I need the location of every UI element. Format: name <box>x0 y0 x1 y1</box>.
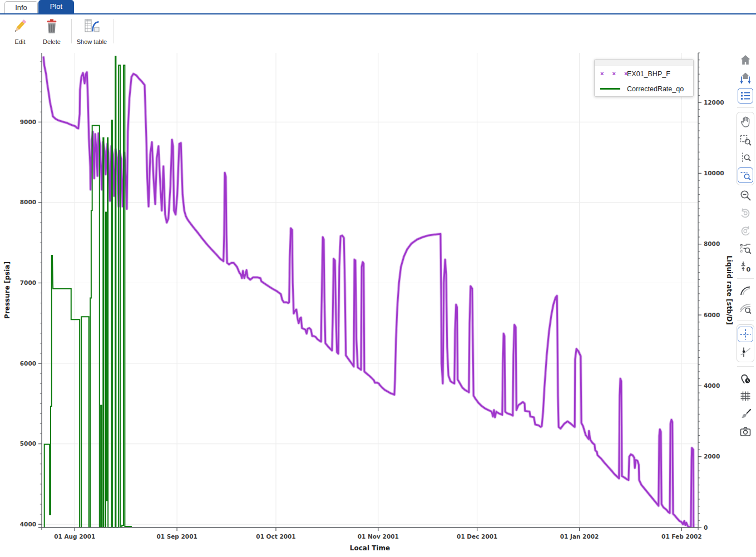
svg-text:01 Dec 2001: 01 Dec 2001 <box>457 533 497 540</box>
tab-plot[interactable]: Plot <box>38 0 74 13</box>
svg-text:6000: 6000 <box>20 360 36 367</box>
pressure-series <box>43 57 694 528</box>
edit-button-label: Edit <box>15 38 26 45</box>
home-icon[interactable] <box>738 52 753 68</box>
delete-button-label: Delete <box>43 38 61 45</box>
curve-icon[interactable] <box>738 283 753 298</box>
toolbar-separator <box>737 320 754 321</box>
line-marker-icon <box>598 88 627 90</box>
y-zoom-icon[interactable] <box>738 167 753 183</box>
undo-zoom-icon <box>738 205 753 221</box>
svg-text:7000: 7000 <box>20 279 36 286</box>
pressure-axis-title: Pressure [psia] <box>3 262 11 319</box>
legend-label: EX01_BHP_F <box>627 70 670 78</box>
delete-button[interactable]: Delete <box>39 18 64 45</box>
pencil-icon <box>12 18 28 37</box>
zoom-out-icon[interactable] <box>738 188 753 203</box>
svg-text:01 Sep 2001: 01 Sep 2001 <box>156 533 197 540</box>
tab-underline <box>0 13 756 14</box>
svg-text:0: 0 <box>704 524 708 531</box>
axes-home-icon[interactable] <box>738 70 753 86</box>
svg-text:4000: 4000 <box>704 382 720 389</box>
svg-text:01 Oct 2001: 01 Oct 2001 <box>256 533 295 540</box>
x-marker-icon: × × × <box>598 71 627 77</box>
svg-text:5000: 5000 <box>20 440 36 447</box>
svg-text:9000: 9000 <box>20 119 36 125</box>
pressure-axis: 400050006000700080009000 <box>20 62 42 528</box>
pan-icon[interactable] <box>738 114 753 130</box>
legend-item-rate[interactable]: CorrectedRate_qo <box>595 81 693 96</box>
rate-axis: 020004000600080001000012000 <box>698 53 724 531</box>
curve-zoom-icon[interactable] <box>738 300 753 316</box>
toolbar-separator <box>737 107 754 108</box>
crosshair-icon[interactable] <box>738 327 753 342</box>
figure-options-toolbar: 0 <box>736 51 755 441</box>
tab-info[interactable]: Info <box>4 1 38 14</box>
point-marker-icon[interactable] <box>738 344 753 360</box>
legend-item-pressure[interactable]: × × × EX01_BHP_F <box>595 66 693 81</box>
toolbar-separator <box>113 19 113 43</box>
svg-text:01 Aug 2001: 01 Aug 2001 <box>54 533 95 540</box>
rate-axis-title: Liquid rate [stb/D] <box>725 255 733 325</box>
show-table-button-label: Show table <box>77 38 107 45</box>
svg-text:8000: 8000 <box>20 199 36 205</box>
x-zoom-icon[interactable] <box>738 150 753 165</box>
svg-text:01 Nov 2001: 01 Nov 2001 <box>358 533 399 540</box>
plot-toolbar: Edit Delete Show table <box>0 16 756 48</box>
legend-label: CorrectedRate_qo <box>627 85 684 93</box>
svg-text:10000: 10000 <box>704 170 724 176</box>
redo-zoom-icon <box>738 223 753 239</box>
legend-drag-handle[interactable] <box>595 60 693 66</box>
time-axis: 01 Aug 200101 Sep 200101 Oct 200101 Nov … <box>54 528 701 540</box>
grid-toggle-icon[interactable] <box>738 388 753 404</box>
time-marker-icon[interactable] <box>738 371 753 386</box>
svg-text:12000: 12000 <box>704 99 724 106</box>
box-zoom-icon[interactable] <box>738 132 753 147</box>
svg-text:4000: 4000 <box>20 521 36 528</box>
data-zoom-icon[interactable] <box>738 241 753 257</box>
svg-text:01 Feb 2002: 01 Feb 2002 <box>661 533 702 540</box>
legend-toggle-icon[interactable] <box>738 88 753 103</box>
reset-zero-icon[interactable]: 0 <box>738 259 753 274</box>
pressure-series-halo <box>43 57 694 528</box>
trash-icon <box>43 18 60 37</box>
table-curve-icon <box>83 18 100 37</box>
pressure-rate-chart[interactable]: 4000500060007000800090000200040006000800… <box>0 48 756 557</box>
show-table-button[interactable]: Show table <box>76 18 108 45</box>
time-axis-title: Local Time <box>350 544 390 552</box>
svg-text:6000: 6000 <box>704 312 720 318</box>
toolbar-separator <box>737 366 754 367</box>
toolbar-separator <box>737 278 754 279</box>
snapshot-icon[interactable] <box>738 424 753 440</box>
chart-legend[interactable]: × × × EX01_BHP_F CorrectedRate_qo <box>594 59 694 97</box>
zoom-tool-group <box>737 112 754 185</box>
edit-button[interactable]: Edit <box>9 18 31 45</box>
svg-text:01 Jan 2002: 01 Jan 2002 <box>560 533 599 540</box>
toolbar-separator <box>71 19 72 43</box>
svg-text:2000: 2000 <box>704 453 720 460</box>
tab-bar: Info Plot <box>0 0 756 14</box>
marker-tool-group <box>737 324 754 362</box>
svg-text:0: 0 <box>747 266 751 273</box>
style-brush-icon[interactable] <box>738 406 753 422</box>
svg-text:8000: 8000 <box>704 240 720 247</box>
